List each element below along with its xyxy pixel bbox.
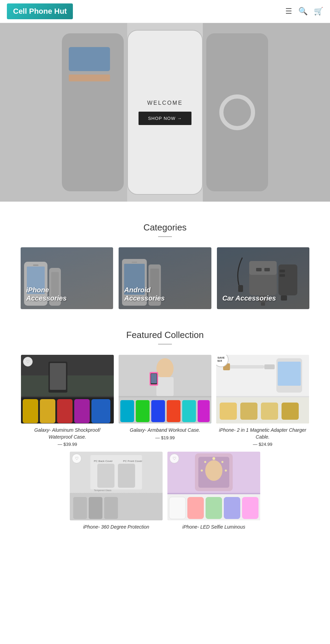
- cable-colors-img: [216, 397, 309, 423]
- android-category-label: AndroidAccessories: [124, 286, 165, 302]
- svg-rect-33: [57, 399, 73, 423]
- product-img-top-360: PC Back Cover PC Front Cover Tempered Gl…: [70, 452, 163, 494]
- header-icons: ☰ 🔍 🛒: [285, 7, 323, 16]
- galaxy-cases-colors-img: [21, 397, 114, 423]
- category-iphone[interactable]: iPhoneAccessories: [21, 247, 113, 309]
- svg-rect-84: [224, 497, 240, 519]
- spacer-2: [0, 309, 330, 330]
- svg-rect-69: [89, 497, 102, 519]
- svg-rect-29: [50, 363, 66, 390]
- product-price-cable: — $24.99: [216, 442, 309, 447]
- svg-point-37: [156, 358, 174, 379]
- hero-text-container: WELCOME SHOP NOW →: [132, 93, 199, 132]
- product-name-armband: Galaxy- Armband Workout Case.: [119, 427, 211, 434]
- product-name-360: iPhone- 360 Degree Protection: [70, 524, 163, 531]
- categories-divider: [158, 236, 172, 237]
- iphone-category-label: iPhoneAccessories: [26, 286, 67, 302]
- svg-rect-35: [91, 399, 110, 423]
- product-img-bottom-galaxy: [21, 397, 114, 423]
- svg-point-76: [225, 470, 227, 472]
- 360-top-img: PC Back Cover PC Front Cover Tempered Gl…: [70, 452, 163, 493]
- wishlist-button-led[interactable]: ♡: [169, 454, 179, 463]
- galaxy-case-top-img: [21, 355, 114, 396]
- hero-welcome: WELCOME: [139, 100, 192, 106]
- svg-rect-81: [169, 497, 186, 519]
- category-android[interactable]: AndroidAccessories: [119, 247, 211, 309]
- hero-panel-center: WELCOME SHOP NOW →: [127, 30, 203, 195]
- wishlist-button-360[interactable]: ♡: [72, 454, 81, 463]
- armband-top-img: [119, 355, 211, 396]
- svg-rect-44: [136, 400, 150, 422]
- product-image-cable: SAVE$15: [216, 355, 309, 423]
- product-image-galaxy-case: ♡: [21, 355, 114, 423]
- product-img-top-armband: [119, 355, 211, 397]
- categories-section: Categories: [0, 222, 330, 309]
- svg-point-79: [205, 460, 222, 481]
- svg-rect-68: [73, 497, 87, 519]
- price-value-galaxy: $39.99: [63, 442, 77, 447]
- product-card-cable[interactable]: SAVE$15: [216, 355, 309, 447]
- product-card-360[interactable]: ♡ PC Back Cover PC Front Cover Tempered …: [70, 452, 163, 531]
- search-icon[interactable]: 🔍: [298, 7, 308, 16]
- product-card-led[interactable]: ♡: [167, 452, 260, 531]
- svg-rect-31: [23, 399, 38, 423]
- product-name-galaxy-case: Galaxy- Aluminum Shockproof/ Waterproof …: [21, 427, 114, 440]
- logo[interactable]: Cell Phone Hut: [7, 3, 73, 19]
- hero-phone-right: [206, 33, 268, 191]
- svg-text:PC Back Cover: PC Back Cover: [94, 460, 113, 463]
- product-price-galaxy-case: — $39.99: [21, 442, 114, 447]
- cart-icon[interactable]: 🛒: [314, 7, 323, 16]
- product-card-galaxy-case[interactable]: ♡: [21, 355, 114, 447]
- product-img-bottom-360: [70, 494, 163, 520]
- svg-rect-64: [97, 464, 114, 488]
- categories-title: Categories: [21, 222, 309, 233]
- led-top-img: [167, 452, 260, 493]
- svg-rect-32: [40, 399, 55, 423]
- svg-point-77: [204, 461, 206, 463]
- categories-grid: iPhoneAccessories: [21, 247, 309, 309]
- product-image-armband: [119, 355, 211, 423]
- hero-banner: WELCOME SHOP NOW →: [0, 23, 330, 202]
- product-image-led: ♡: [167, 452, 260, 520]
- svg-rect-58: [261, 403, 278, 420]
- product-card-armband[interactable]: Galaxy- Armband Workout Case. — $19.99: [119, 355, 211, 447]
- svg-text:Tempered Glass: Tempered Glass: [94, 489, 111, 492]
- shop-now-button[interactable]: SHOP NOW →: [139, 112, 192, 125]
- led-colors-img: [167, 494, 260, 520]
- product-name-led: iPhone- LED Selfie Luminous: [167, 524, 260, 531]
- svg-rect-53: [278, 362, 301, 386]
- svg-rect-65: [118, 464, 135, 488]
- 360-bottom-img: [70, 494, 163, 520]
- hero-panel-left: [0, 23, 127, 202]
- svg-rect-57: [240, 403, 257, 420]
- svg-rect-47: [182, 400, 196, 422]
- featured-grid: ♡: [21, 355, 309, 531]
- featured-section: Featured Collection ♡: [0, 330, 330, 531]
- menu-icon[interactable]: ☰: [285, 7, 292, 16]
- featured-title: Featured Collection: [21, 330, 309, 340]
- product-name-cable: iPhone- 2 in 1 Magnetic Adapter Charger …: [216, 427, 309, 440]
- svg-rect-45: [151, 400, 165, 422]
- svg-rect-70: [104, 497, 118, 519]
- spacer-bottom: [0, 531, 330, 551]
- svg-point-78: [201, 470, 203, 472]
- armband-colors-img: [119, 397, 211, 423]
- logo-text: Cell Phone Hut: [13, 7, 67, 15]
- category-car[interactable]: Car Accessories: [217, 247, 309, 309]
- hero-panel-right: [203, 23, 330, 202]
- featured-divider: [158, 344, 172, 344]
- svg-rect-51: [264, 364, 275, 369]
- svg-rect-85: [242, 497, 258, 519]
- svg-rect-83: [206, 497, 222, 519]
- svg-rect-59: [282, 403, 299, 420]
- svg-rect-34: [74, 399, 90, 423]
- product-image-360: ♡ PC Back Cover PC Front Cover Tempered …: [70, 452, 163, 520]
- svg-rect-48: [198, 400, 210, 422]
- wishlist-button-galaxy-case[interactable]: ♡: [23, 357, 33, 366]
- product-img-bottom-cable: [216, 397, 309, 423]
- product-img-top-cable: [216, 355, 309, 397]
- header: Cell Phone Hut ☰ 🔍 🛒: [0, 0, 330, 23]
- cable-top-img: [216, 355, 309, 396]
- svg-rect-38: [156, 377, 174, 396]
- price-prefix-galaxy: —: [58, 442, 62, 447]
